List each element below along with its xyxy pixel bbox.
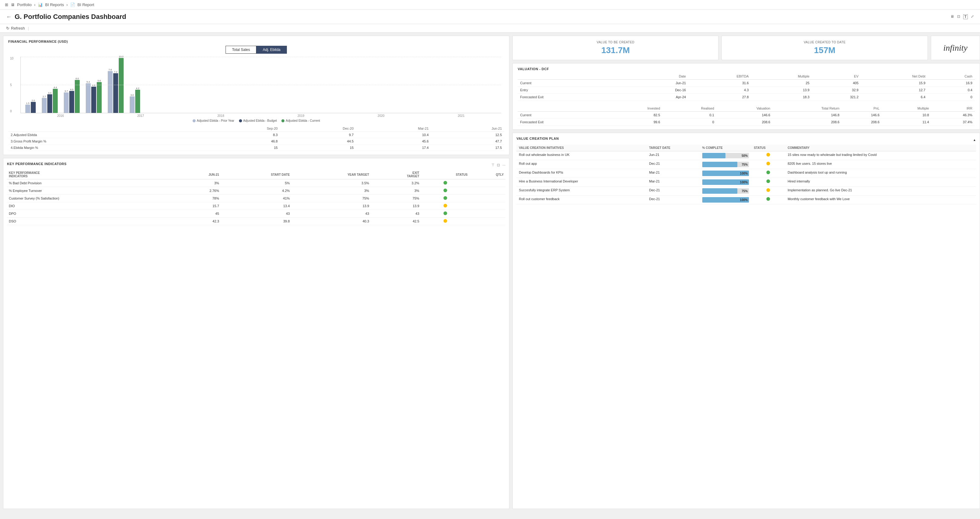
returns-col-irr: IRR [931, 105, 975, 112]
vcp-row-status [751, 160, 785, 169]
dcf-row-ebitda: 27.8 [688, 94, 751, 101]
text-icon[interactable]: T [963, 14, 968, 19]
filter-icon[interactable]: ⊤ [492, 163, 495, 167]
monitor-icon[interactable]: 🖥 [950, 14, 954, 19]
vcp-row-commentary: 8205 live users. 15 stores live [785, 160, 976, 169]
ret-row-total-return: 208.6 [773, 119, 842, 126]
kpi-row-exit-target: 13.9 [371, 202, 421, 210]
row-dec20: 44.5 [280, 138, 356, 144]
expand-table-icon[interactable]: ⊡ [497, 163, 500, 167]
breadcrumb-bi-report[interactable]: BI Report [78, 2, 94, 7]
dcf-row-ev: 321.2 [812, 94, 861, 101]
vtbc-label: VALUE TO BE CREATED [517, 41, 714, 44]
row-sep20: 8.3 [204, 132, 280, 138]
ret-row-valuation: 208.6 [717, 119, 773, 126]
toolbar: ↻ Refresh | [0, 24, 980, 33]
kpi-col-year-target: YEAR TARGET [291, 170, 371, 179]
bar-2021-prior [130, 97, 135, 113]
ret-row-total-return: 146.8 [773, 112, 842, 119]
returns-col-label [518, 105, 609, 112]
kpi-col-start-date: START DATE [221, 170, 292, 179]
kpi-row-label: % Bad Debt Provision [7, 179, 177, 187]
progress-bar: 100% [702, 171, 749, 176]
y-label-0: 0 [10, 110, 13, 113]
vcp-row-target-date: Jun-21 [647, 151, 700, 160]
refresh-button[interactable]: ↻ Refresh [6, 26, 25, 30]
progress-bar: 75% [702, 188, 749, 194]
bi-report-icon: 📄 [70, 2, 75, 7]
dcf-col-net-debt: Net Debt [861, 73, 928, 79]
kpi-row-status [421, 202, 469, 210]
ret-row-multiple: 10.8 [882, 112, 931, 119]
vcp-row-pct-complete: 100% [700, 178, 751, 187]
fullscreen-icon[interactable]: ⤢ [971, 14, 974, 19]
bar-2017-budget [47, 94, 52, 113]
kpi-header: KEY PERFORMANCE INDICATORS ⊤ ⊡ ··· [7, 162, 506, 168]
progress-bar: 50% [702, 153, 749, 158]
table-row: 2.Adjusted Ebitda 8.3 9.7 10.4 12.5 [8, 132, 504, 138]
kpi-row-status [421, 179, 469, 187]
dcf-col-label [518, 73, 630, 79]
total-sales-toggle[interactable]: Total Sales [226, 46, 256, 54]
vcp-row-target-date: Dec-21 [647, 195, 700, 205]
dcf-row-date: Apr-24 [630, 94, 688, 101]
bar-2016-budget [31, 102, 36, 113]
x-label-2020: 2020 [377, 114, 384, 117]
progress-label: 75% [741, 163, 748, 166]
list-item: Roll out wholesale business in UK Jun-21… [516, 151, 976, 160]
kpi-card: KEY PERFORMANCE INDICATORS ⊤ ⊡ ··· KEY P… [3, 158, 509, 509]
vcp-row-target-date: Mar-21 [647, 169, 700, 178]
breadcrumb-portfolio[interactable]: Portfolio [17, 2, 32, 7]
vcp-row-pct-complete: 100% [700, 195, 751, 205]
expand-icon[interactable]: ⊡ [957, 14, 960, 19]
kpi-row-label: % Employee Turnover [7, 187, 177, 195]
ret-row-realised: 0 [663, 119, 717, 126]
kpi-row-exit-target: 43 [371, 210, 421, 217]
status-dot [444, 196, 447, 200]
dcf-table: Date EBITDA Multiple EV Net Debt Cash Cu… [518, 73, 975, 101]
bar-2016-prior [25, 105, 30, 113]
right-panel: VALUE TO BE CREATED 131.7M VALUE CREATED… [512, 36, 980, 509]
status-dot [766, 188, 770, 192]
row-dec20: 15 [280, 144, 356, 151]
dcf-row-multiple: 13.9 [751, 87, 812, 94]
dcf-row-date: Dec-16 [630, 87, 688, 94]
row-jun21: 47.7 [431, 138, 504, 144]
kpi-row-start-date: 13.4 [221, 202, 292, 210]
vcp-col-pct-complete: % COMPLETE [700, 144, 751, 151]
kpi-row-jun21: 15.7 [177, 202, 221, 210]
kpi-table: KEY PERFORMANCEINDICATORS JUN-21 START D… [7, 170, 506, 225]
vcp-row-commentary: Monthly customer feedback with We Love [785, 195, 976, 205]
dcf-row-ebitda: 31.6 [688, 79, 751, 87]
value-created-to-date-box: VALUE CREATED TO DATE 157M [722, 36, 928, 60]
vctd-label: VALUE CREATED TO DATE [726, 41, 923, 44]
breadcrumb-bi-reports[interactable]: BI Reports [45, 2, 64, 7]
back-button[interactable]: ← [6, 14, 11, 20]
legend-label-current: Adjusted Ebitda - Current [286, 119, 320, 122]
y-label-5: 5 [10, 83, 13, 87]
progress-bar-fill [702, 162, 737, 167]
bar-2019-budget [91, 87, 96, 113]
vcp-row-commentary: Hired internally [785, 178, 976, 187]
row-dec20: 9.7 [280, 132, 356, 138]
adj-ebitda-toggle[interactable]: Adj. Ebitda [256, 46, 287, 54]
financial-section-title: FINANCIAL PERFORMANCE (USD) [8, 40, 504, 43]
dcf-row-cash: 0 [928, 94, 975, 101]
more-icon[interactable]: ··· [502, 163, 506, 167]
status-dot [444, 181, 447, 184]
progress-bar-fill [702, 153, 726, 158]
kpi-row-qtly [469, 210, 506, 217]
returns-col-realised: Realised [663, 105, 717, 112]
kpi-row-qtly [469, 195, 506, 202]
toolbar-icons: 🖥 ⊡ T ⤢ [950, 14, 974, 19]
vcp-scroll-up[interactable]: ▲ [973, 138, 976, 141]
table-row: 4.Ebitda Margin % 15 15 17.4 17.5 [8, 144, 504, 151]
legend-dot-current [282, 119, 285, 122]
ret-row-invested: 99.6 [609, 119, 662, 126]
bar-2018-budget [69, 91, 74, 113]
chart-toggle: Total Sales Adj. Ebitda [8, 46, 504, 54]
kpi-row-year-target: 40.3 [291, 217, 371, 225]
kpi-row-year-target: 75% [291, 195, 371, 202]
dcf-row-ev: 405 [812, 79, 861, 87]
vcp-col-commentary: COMMENTARY [785, 144, 976, 151]
